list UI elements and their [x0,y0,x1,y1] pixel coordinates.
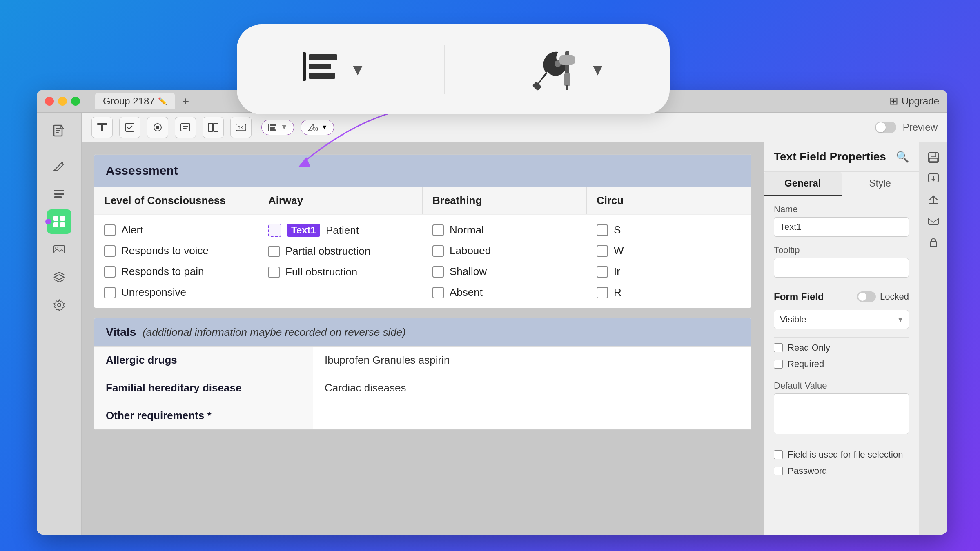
default-value-label: Default Value [774,380,909,391]
panel-divider-2 [774,337,909,338]
align-icon[interactable] [301,46,341,93]
align-chevron[interactable]: ▼ [350,60,366,79]
add-tab-button[interactable]: + [178,92,193,110]
vitals-title: Vitals [106,326,136,339]
upgrade-button[interactable]: ⊞ Upgrade [889,95,939,107]
partial-checkbox[interactable] [268,246,280,257]
full-label: Full obstruction [285,266,357,278]
rs-mail-icon[interactable] [924,212,942,230]
svg-rect-31 [183,126,188,127]
list-tool-button[interactable] [175,117,196,138]
sidebar-image-icon[interactable] [47,237,71,262]
laboured-row: Laboued [432,240,577,261]
password-label: Password [788,466,827,476]
visible-select[interactable]: Visible Hidden [774,310,909,329]
laboured-checkbox[interactable] [432,245,444,257]
absent-checkbox[interactable] [432,287,444,298]
sidebar-list-icon[interactable] [47,182,71,206]
panel-search-icon[interactable]: 🔍 [896,151,909,163]
absent-row: Absent [432,282,577,303]
align-section: ▼ [301,46,366,93]
absent-label: Absent [450,286,483,299]
breathing-column: Breathing Normal Laboued [423,187,587,308]
shallow-label: Shallow [450,265,487,278]
tools-icon[interactable] [524,47,581,92]
circu-r-checkbox[interactable] [597,287,608,298]
responds-voice-checkbox[interactable] [104,245,116,257]
circu-w-label: W [614,244,624,257]
patient-checkbox[interactable] [268,224,281,237]
familial-disease-value: Cardiac diseases [313,374,751,402]
visible-select-arrow: ▼ [897,315,904,324]
svg-point-29 [156,126,159,129]
circu-s-label: S [614,224,621,236]
name-input[interactable] [774,217,909,237]
traffic-lights [45,97,80,106]
tab-general[interactable]: General [764,172,842,196]
rs-lock-icon[interactable] [924,233,942,251]
sidebar-separator-1 [51,149,67,149]
assessment-title: Assessment [106,164,178,177]
unresponsive-checkbox[interactable] [104,287,116,298]
required-checkbox[interactable] [774,360,783,369]
checkbox-tool-button[interactable] [119,117,140,138]
other-requirements-row: Other requirements * [94,402,751,429]
rs-save-icon[interactable] [924,149,942,167]
preview-toggle[interactable] [875,122,896,133]
circu-s-checkbox[interactable] [597,224,608,236]
password-row: Password [774,466,909,476]
airway-header: Airway [258,187,423,214]
preview-label: Preview [903,122,938,133]
tools-chevron[interactable]: ▼ [590,60,606,79]
tooltip-field: Tooltip [774,245,909,278]
rs-share-icon[interactable] [924,191,942,209]
form-field-row: Form Field Locked [774,291,909,302]
file-selection-checkbox[interactable] [774,450,783,459]
columns-tool-button[interactable] [203,117,224,138]
minimize-button[interactable] [58,97,67,106]
content-area: OK ▼ ▼ Preview [37,113,947,535]
text-tool-button[interactable] [91,117,113,138]
airway-body: Text1 Patient Partial obstruction [258,214,423,287]
locked-toggle[interactable] [857,291,876,302]
responds-pain-checkbox[interactable] [104,266,116,278]
patient-row: Text1 Patient [268,220,413,241]
default-value-textarea[interactable] [774,393,909,434]
sidebar-pen-icon[interactable] [47,154,71,178]
circu-ir-checkbox[interactable] [597,266,608,278]
panel-tabs: General Style [764,172,919,196]
circu-w-checkbox[interactable] [597,245,608,257]
panel-divider-4 [774,444,909,444]
edit-icon[interactable]: ✏️ [158,97,167,106]
sidebar-settings-icon[interactable] [47,293,71,317]
read-only-checkbox[interactable] [774,343,783,352]
tab-area: Group 2187 ✏️ + [95,92,193,110]
tab-style[interactable]: Style [842,172,919,196]
sidebar-layers-icon[interactable] [47,265,71,289]
sidebar-grid-icon[interactable] [47,209,71,234]
rs-download-icon[interactable] [924,170,942,188]
sidebar-doc-icon[interactable] [47,119,71,144]
circu-header: Circu [587,187,751,214]
alert-checkbox[interactable] [104,224,116,236]
vitals-table: Vitals (additional information maybe rec… [94,318,751,430]
airway-column: Airway Text1 Patient Par [258,187,423,308]
shallow-checkbox[interactable] [432,266,444,278]
radio-tool-button[interactable] [147,117,168,138]
maximize-button[interactable] [71,97,80,106]
doc-area: Assessment Level of Consciousness Alert [82,142,764,535]
read-only-row: Read Only [774,342,909,353]
active-tab[interactable]: Group 2187 ✏️ [95,93,175,109]
ok-tool-button[interactable]: OK [230,117,252,138]
panel-header: Text Field Properties 🔍 [764,142,919,172]
tooltip-input[interactable] [774,258,909,278]
password-checkbox[interactable] [774,467,783,475]
normal-checkbox[interactable] [432,224,444,236]
close-button[interactable] [45,97,54,106]
svg-rect-18 [53,216,58,221]
full-checkbox[interactable] [268,267,280,278]
svg-rect-47 [930,242,937,247]
responds-pain-label: Responds to pain [121,265,204,278]
patient-label: Patient [326,224,359,237]
panel-divider-1 [774,286,909,286]
